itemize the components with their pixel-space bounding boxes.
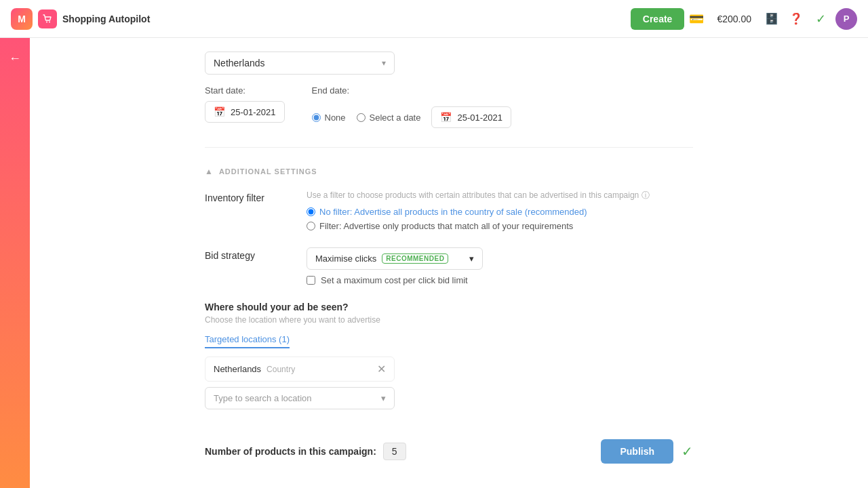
products-count-label: Number of products in this campaign: xyxy=(205,446,376,457)
end-calendar-icon: 📅 xyxy=(440,112,452,123)
max-cost-checkbox-row[interactable]: Set a maximum cost per click bid limit xyxy=(307,275,693,285)
inventory-filter-row: Inventory filter Use a filter to choose … xyxy=(205,190,693,231)
bottom-actions: Publish ✓ xyxy=(601,439,693,464)
max-cost-label: Set a maximum cost per click bid limit xyxy=(321,275,468,285)
inventory-filter-radio[interactable] xyxy=(307,222,315,230)
status-check-icon: ✓ xyxy=(810,8,831,30)
end-date-input[interactable]: 📅 25-01-2021 xyxy=(431,106,511,128)
svg-point-0 xyxy=(46,21,47,22)
end-date-group: End date: None Select a date 📅 25-01-202… xyxy=(312,85,511,128)
location-type: Country xyxy=(267,365,295,374)
balance-display: €200.00 xyxy=(717,14,751,24)
inventory-option2-label: Filter: Advertise only products that mat… xyxy=(319,221,573,231)
inventory-option1-label: No filter: Advertise all products in the… xyxy=(319,207,587,217)
location-search-input[interactable]: Type to search a location ▾ xyxy=(205,387,395,409)
help-icon[interactable]: ❓ xyxy=(785,8,807,30)
end-date-radio-group: None Select a date 📅 25-01-2021 xyxy=(312,106,511,128)
bottom-bar: Number of products in this campaign: 5 P… xyxy=(205,426,693,477)
end-select-label: Select a date xyxy=(370,113,421,123)
location-search-chevron-icon: ▾ xyxy=(381,393,386,403)
end-date-select-radio[interactable] xyxy=(357,113,366,122)
location-name: Netherlands xyxy=(214,364,261,374)
svg-point-1 xyxy=(49,21,50,22)
additional-settings-label: ADDITIONAL SETTINGS xyxy=(219,167,317,176)
app-title: Shopping Autopilot xyxy=(62,14,150,24)
end-date-select-option[interactable]: Select a date xyxy=(357,113,421,123)
targeted-locations-tab[interactable]: Targeted locations (1) xyxy=(205,334,290,348)
location-tag-info: Netherlands Country xyxy=(214,364,295,374)
ad-location-hint: Choose the location where you want to ad… xyxy=(205,315,693,325)
products-count-section: Number of products in this campaign: 5 xyxy=(205,443,406,460)
bid-strategy-dropdown[interactable]: Maximise clicks RECOMMENDED ▾ xyxy=(307,247,483,270)
end-date-none-option[interactable]: None xyxy=(312,113,346,123)
inventory-filter-option[interactable]: Filter: Advertise only products that mat… xyxy=(307,221,693,231)
end-date-label: End date: xyxy=(312,85,511,96)
navbar: M Shopping Autopilot Create 💳 €200.00 🗄️… xyxy=(0,0,868,38)
bid-strategy-row: Bid strategy Maximise clicks RECOMMENDED… xyxy=(205,247,693,285)
sidebar: ← xyxy=(0,0,30,488)
storage-icon[interactable]: 🗄️ xyxy=(761,8,783,30)
chevron-up-icon: ▲ xyxy=(205,167,214,176)
location-search-placeholder: Type to search a location xyxy=(214,393,312,403)
bid-strategy-label: Bid strategy xyxy=(205,247,293,261)
cart-icon xyxy=(42,14,53,24)
bid-strategy-value: Maximise clicks xyxy=(315,253,376,264)
start-date-input[interactable]: 📅 25-01-2021 xyxy=(205,101,285,123)
user-avatar[interactable]: P xyxy=(835,8,857,30)
chevron-down-icon: ▾ xyxy=(382,58,386,68)
date-row: Start date: 📅 25-01-2021 End date: None … xyxy=(205,85,693,128)
publish-button[interactable]: Publish xyxy=(601,439,673,464)
start-date-value: 25-01-2021 xyxy=(231,107,276,117)
app-logo: M xyxy=(11,8,33,30)
wallet-icon[interactable]: 💳 xyxy=(686,8,707,30)
logo-text: M xyxy=(18,14,26,24)
country-dropdown[interactable]: Netherlands ▾ xyxy=(205,52,395,75)
ad-location-title: Where should your ad be seen? xyxy=(205,302,693,312)
inventory-no-filter-option[interactable]: No filter: Advertise all products in the… xyxy=(307,207,693,217)
bid-strategy-content: Maximise clicks RECOMMENDED ▾ Set a maxi… xyxy=(307,247,693,285)
section-divider xyxy=(205,147,693,148)
shopping-autopilot-icon xyxy=(38,9,57,28)
calendar-icon: 📅 xyxy=(214,106,225,117)
info-icon[interactable]: ⓘ xyxy=(642,190,650,200)
success-check-icon: ✓ xyxy=(682,443,693,460)
inventory-filter-label: Inventory filter xyxy=(205,190,293,203)
country-value: Netherlands xyxy=(214,58,265,68)
inventory-filter-hint: Use a filter to choose products with cer… xyxy=(307,190,693,201)
recommended-badge: RECOMMENDED xyxy=(382,253,448,264)
max-cost-checkbox[interactable] xyxy=(307,276,315,285)
create-button[interactable]: Create xyxy=(631,8,685,30)
start-date-label: Start date: xyxy=(205,85,285,96)
additional-settings-header[interactable]: ▲ ADDITIONAL SETTINGS xyxy=(205,167,693,176)
end-date-value: 25-01-2021 xyxy=(457,113,502,123)
remove-location-button[interactable]: ✕ xyxy=(377,363,386,375)
ad-location-section: Where should your ad be seen? Choose the… xyxy=(205,302,693,409)
main-content: Netherlands ▾ Start date: 📅 25-01-2021 E… xyxy=(30,38,868,488)
inventory-hint-text: Use a filter to choose products with cer… xyxy=(307,190,639,200)
back-button[interactable]: ← xyxy=(3,46,27,70)
products-count-badge: 5 xyxy=(383,443,406,460)
inventory-filter-content: Use a filter to choose products with cer… xyxy=(307,190,693,231)
bid-dropdown-value-group: Maximise clicks RECOMMENDED xyxy=(315,253,464,264)
start-date-group: Start date: 📅 25-01-2021 xyxy=(205,85,285,123)
end-none-label: None xyxy=(325,113,346,123)
ad-location-row: Where should your ad be seen? Choose the… xyxy=(205,302,693,409)
inventory-no-filter-radio[interactable] xyxy=(307,207,315,216)
bid-chevron-icon: ▾ xyxy=(469,253,474,264)
location-tag: Netherlands Country ✕ xyxy=(205,357,395,382)
end-date-none-radio[interactable] xyxy=(312,113,321,122)
ad-location-content: Where should your ad be seen? Choose the… xyxy=(205,302,693,409)
